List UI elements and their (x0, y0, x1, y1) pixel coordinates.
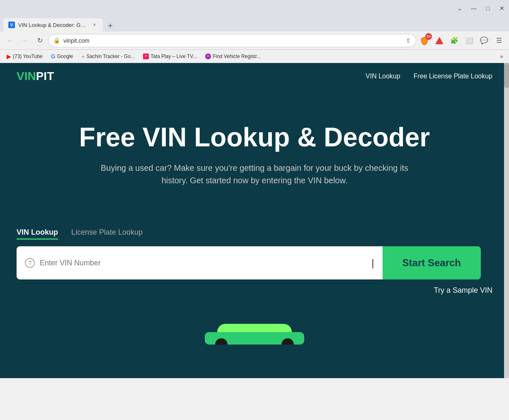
bookmark-youtube-label: (73) YouTube (13, 53, 43, 59)
hero-title: Free VIN Lookup & Decoder (17, 123, 492, 152)
menu-button[interactable]: ☰ (492, 34, 506, 47)
google-icon: G (51, 53, 56, 60)
extensions-button[interactable]: 🧩 (448, 34, 461, 47)
share-icon[interactable]: ⇧ (406, 37, 411, 44)
tab-title: VIN Lookup & Decoder: Get Free (18, 22, 88, 28)
scrollbar-thumb[interactable] (504, 63, 509, 88)
chevron-down-icon[interactable]: ⌄ (456, 5, 463, 12)
maximize-button[interactable]: □ (484, 5, 492, 12)
brave-badge-count: 89 (425, 33, 432, 40)
vin-input[interactable] (40, 259, 366, 267)
lock-icon: 🔒 (53, 37, 60, 44)
bookmark-find-vehicle[interactable]: D Find Vehicle Registr... (202, 53, 264, 60)
bookmark-google-label: Google (57, 53, 73, 59)
tab-license-plate[interactable]: License Plate Lookup (71, 228, 143, 240)
logo-white: PIT (36, 70, 54, 83)
bookmark-tata-label: Tata Play – Live TV... (150, 53, 197, 59)
tata-icon: P (143, 53, 149, 59)
bookmark-sachin-label: Sachin Tracker - Go... (86, 53, 135, 59)
search-bar: ? | Start Search (17, 246, 481, 279)
bookmark-tata[interactable]: P Tata Play – Live TV... (140, 53, 200, 60)
car-image-hint (0, 303, 509, 345)
search-section: VIN Lookup License Plate Lookup ? | Star… (0, 211, 509, 303)
logo-green: VIN (17, 70, 36, 83)
window-controls: ⌄ — □ ✕ (456, 5, 506, 12)
tab-bar: V VIN Lookup & Decoder: Get Free × + (0, 17, 509, 32)
car-svg (192, 311, 317, 345)
nav-links: VIN Lookup Free License Plate Lookup (366, 73, 492, 80)
website-content: VINPIT VIN Lookup Free License Plate Loo… (0, 63, 509, 378)
brave-shield-button[interactable]: 89 (418, 34, 431, 47)
new-tab-button[interactable]: + (104, 20, 116, 32)
bookmark-bar: ▶ (73) YouTube G Google + Sachin Tracker… (0, 50, 509, 63)
help-icon[interactable]: ? (25, 258, 35, 268)
search-input-container: ? | (17, 246, 383, 279)
forward-button[interactable]: → (18, 34, 32, 47)
find-vehicle-icon: D (205, 53, 211, 59)
youtube-icon: ▶ (7, 53, 11, 60)
back-button[interactable]: ← (3, 34, 17, 47)
bookmark-google[interactable]: G Google (48, 52, 77, 61)
leo-button[interactable]: 💬 (477, 34, 491, 47)
minimize-button[interactable]: — (470, 5, 477, 12)
try-sample-container: Try a Sample VIN (17, 286, 492, 295)
hero-section: Free VIN Lookup & Decoder Buying a used … (0, 90, 509, 211)
browser-window: ⌄ — □ ✕ V VIN Lookup & Decoder: Get Free… (0, 0, 509, 378)
browser-toolbar: ← → ↻ 🔒 ⇧ 89 🧩 ⬜ (0, 32, 509, 50)
search-tabs: VIN Lookup License Plate Lookup (17, 228, 492, 240)
nav-license-plate[interactable]: Free License Plate Lookup (414, 73, 492, 80)
active-tab[interactable]: V VIN Lookup & Decoder: Get Free × (3, 18, 103, 32)
bookmark-sachin[interactable]: + Sachin Tracker - Go... (78, 52, 138, 61)
bookmark-youtube[interactable]: ▶ (73) YouTube (3, 52, 46, 61)
tab-favicon: V (8, 22, 15, 28)
toolbar-right-icons: 89 🧩 ⬜ 💬 ☰ (418, 34, 506, 47)
tab-close-button[interactable]: × (91, 22, 98, 28)
close-button[interactable]: ✕ (498, 5, 506, 12)
nav-vin-lookup[interactable]: VIN Lookup (366, 73, 400, 80)
bookmarks-more-button[interactable]: » (497, 52, 506, 61)
address-bar[interactable] (63, 37, 402, 44)
site-logo: VINPIT (17, 70, 54, 83)
tab-vin-lookup[interactable]: VIN Lookup (17, 228, 58, 240)
svg-marker-0 (436, 37, 443, 44)
bookmark-find-vehicle-label: Find Vehicle Registr... (213, 53, 261, 59)
split-view-button[interactable]: ⬜ (463, 34, 476, 47)
title-bar: ⌄ — □ ✕ (0, 0, 509, 17)
reload-button[interactable]: ↻ (33, 34, 46, 47)
hero-subtitle: Buying a used car? Make sure you're gett… (97, 162, 412, 187)
scrollbar-track[interactable] (504, 63, 509, 378)
astral-button[interactable] (433, 34, 446, 47)
cursor-indicator: | (371, 257, 374, 269)
start-search-button[interactable]: Start Search (383, 246, 481, 279)
sachin-icon: + (81, 53, 85, 60)
site-nav: VINPIT VIN Lookup Free License Plate Loo… (0, 63, 509, 90)
address-bar-container: 🔒 ⇧ (48, 34, 416, 47)
try-sample-vin-link[interactable]: Try a Sample VIN (434, 286, 492, 294)
